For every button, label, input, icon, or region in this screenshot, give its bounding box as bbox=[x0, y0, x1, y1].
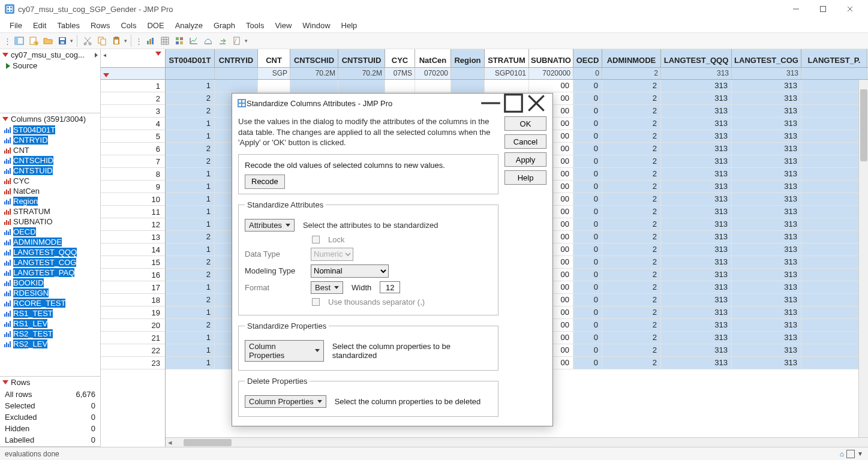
panel-menu-icon[interactable] bbox=[2, 53, 8, 57]
filter-cell[interactable]: 0 bbox=[573, 68, 602, 79]
data-cell[interactable] bbox=[485, 80, 529, 92]
data-cell[interactable]: 2 bbox=[602, 344, 661, 356]
data-cell[interactable] bbox=[801, 281, 867, 293]
data-cell[interactable]: 0 bbox=[573, 357, 602, 369]
filter-cell[interactable] bbox=[166, 68, 215, 79]
data-cell[interactable]: 313 bbox=[732, 80, 801, 92]
data-cell[interactable]: 2 bbox=[602, 218, 661, 230]
save-icon[interactable] bbox=[56, 34, 69, 47]
data-cell[interactable]: 313 bbox=[661, 143, 732, 155]
filter-cell[interactable] bbox=[801, 68, 867, 79]
data-cell[interactable]: 2 bbox=[602, 105, 661, 117]
row-number[interactable]: 16 bbox=[101, 269, 165, 281]
data-cell[interactable]: 2 bbox=[602, 193, 661, 205]
data-cell[interactable]: 1 bbox=[166, 206, 215, 218]
data-cell[interactable]: 313 bbox=[661, 181, 732, 193]
data-cell[interactable]: 313 bbox=[732, 206, 801, 218]
data-cell[interactable] bbox=[801, 168, 867, 180]
column-item[interactable]: LANGTEST_QQQ bbox=[0, 247, 100, 257]
menu-edit[interactable]: Edit bbox=[28, 20, 51, 31]
menu-analyze[interactable]: Analyze bbox=[170, 20, 208, 31]
data-cell[interactable]: 2 bbox=[602, 168, 661, 180]
data-cell[interactable]: 0 bbox=[573, 143, 602, 155]
data-cell[interactable]: 313 bbox=[661, 92, 732, 104]
data-cell[interactable] bbox=[801, 256, 867, 268]
row-col-header[interactable]: ◂ bbox=[101, 49, 165, 80]
data-cell[interactable]: 0 bbox=[573, 231, 602, 243]
data-cell[interactable]: 313 bbox=[732, 344, 801, 356]
data-cell[interactable]: 0 bbox=[573, 92, 602, 104]
data-cell[interactable]: 2 bbox=[602, 294, 661, 306]
row-number[interactable]: 8 bbox=[101, 168, 165, 181]
row-number[interactable]: 14 bbox=[101, 243, 165, 256]
column-item[interactable]: LANGTEST_COG bbox=[0, 257, 100, 267]
menu-graph[interactable]: Graph bbox=[209, 20, 240, 31]
data-cell[interactable]: 1 bbox=[166, 130, 215, 142]
data-cell[interactable]: 0 bbox=[573, 218, 602, 230]
data-cell[interactable]: 0 bbox=[573, 168, 602, 180]
row-number[interactable]: 1 bbox=[101, 80, 165, 92]
filter-cell[interactable]: 2 bbox=[602, 68, 661, 79]
datatype-select[interactable]: Numeric bbox=[311, 248, 353, 261]
data-cell[interactable]: 313 bbox=[661, 231, 732, 243]
run-icon[interactable] bbox=[216, 34, 229, 47]
data-cell[interactable]: 2 bbox=[166, 143, 215, 155]
data-cell[interactable]: 1 bbox=[166, 80, 215, 92]
data-cell[interactable]: 2 bbox=[602, 319, 661, 331]
column-header[interactable]: CNTRYID bbox=[215, 49, 258, 67]
attributes-dropdown[interactable]: Attributes bbox=[245, 219, 295, 231]
menu-rows[interactable]: Rows bbox=[86, 20, 115, 31]
dist-icon[interactable] bbox=[202, 34, 215, 47]
menu-file[interactable]: File bbox=[5, 20, 27, 31]
data-cell[interactable]: 1 bbox=[166, 344, 215, 356]
data-cell[interactable]: 313 bbox=[661, 332, 732, 344]
row-number[interactable]: 13 bbox=[101, 231, 165, 243]
data-cell[interactable]: 1 bbox=[166, 168, 215, 180]
close-button[interactable] bbox=[836, 0, 863, 18]
open-icon[interactable] bbox=[41, 34, 55, 47]
filter-cell[interactable]: 70.2M bbox=[338, 68, 385, 79]
data-cell[interactable]: 2 bbox=[602, 181, 661, 193]
data-cell[interactable]: 313 bbox=[661, 206, 732, 218]
data-cell[interactable]: 2 bbox=[166, 319, 215, 331]
column-item[interactable]: OECD bbox=[0, 227, 100, 237]
data-cell[interactable]: 1 bbox=[166, 281, 215, 293]
dialog-maximize-button[interactable] bbox=[502, 95, 525, 112]
width-input[interactable] bbox=[380, 281, 400, 293]
data-cell[interactable] bbox=[801, 357, 867, 369]
data-cell[interactable]: 313 bbox=[661, 193, 732, 205]
menu-cols[interactable]: Cols bbox=[116, 20, 141, 31]
row-number[interactable]: 17 bbox=[101, 281, 165, 294]
data-cell[interactable] bbox=[801, 143, 867, 155]
data-cell[interactable]: 313 bbox=[661, 357, 732, 369]
menu-window[interactable]: Window bbox=[298, 20, 335, 31]
data-cell[interactable]: 313 bbox=[732, 218, 801, 230]
format-dropdown[interactable]: Best bbox=[311, 281, 343, 294]
data-cell[interactable]: 313 bbox=[661, 319, 732, 331]
data-cell[interactable]: 313 bbox=[661, 294, 732, 306]
data-cell[interactable]: 313 bbox=[661, 105, 732, 117]
data-cell[interactable]: 313 bbox=[732, 181, 801, 193]
data-cell[interactable]: 313 bbox=[732, 294, 801, 306]
del-colprops-dropdown[interactable]: Column Properties bbox=[245, 395, 326, 408]
data-cell[interactable]: 313 bbox=[732, 357, 801, 369]
data-cell[interactable]: 2 bbox=[602, 269, 661, 281]
data-cell[interactable]: 313 bbox=[732, 105, 801, 117]
data-cell[interactable]: 313 bbox=[732, 155, 801, 167]
column-item[interactable]: RS1_LEV bbox=[0, 318, 100, 329]
data-cell[interactable]: 1 bbox=[166, 181, 215, 193]
window-list-icon[interactable] bbox=[846, 450, 855, 458]
column-item[interactable]: CNTSCHID bbox=[0, 155, 100, 166]
data-cell[interactable]: 313 bbox=[661, 218, 732, 230]
data-cell[interactable]: 313 bbox=[661, 256, 732, 268]
data-cell[interactable] bbox=[801, 130, 867, 142]
data-cell[interactable]: 2 bbox=[166, 92, 215, 104]
row-number[interactable]: 18 bbox=[101, 294, 165, 306]
expand-icon[interactable] bbox=[95, 53, 98, 58]
filter-cell[interactable]: 70.2M bbox=[290, 68, 338, 79]
data-cell[interactable]: 2 bbox=[166, 269, 215, 281]
data-cell[interactable]: 313 bbox=[661, 243, 732, 255]
row-number[interactable]: 7 bbox=[101, 155, 165, 168]
data-cell[interactable] bbox=[290, 80, 338, 92]
data-cell[interactable] bbox=[258, 80, 290, 92]
